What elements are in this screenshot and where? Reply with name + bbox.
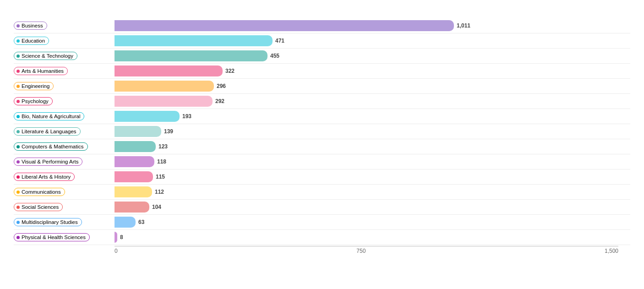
bar-fill bbox=[115, 202, 149, 213]
bar-row: Liberal Arts & History115 bbox=[14, 169, 630, 185]
bar-row: Engineering296 bbox=[14, 79, 630, 94]
bar-value: 112 bbox=[155, 189, 164, 195]
bar-row: Psychology292 bbox=[14, 94, 630, 109]
label-pill: Science & Technology bbox=[14, 52, 77, 60]
label-pill: Communications bbox=[14, 188, 65, 196]
bar-area: 471 bbox=[115, 33, 630, 49]
label-text: Communications bbox=[22, 189, 61, 195]
bar-fill bbox=[115, 111, 180, 122]
label-text: Engineering bbox=[22, 83, 49, 89]
label-dot bbox=[16, 115, 20, 118]
bar-fill bbox=[115, 96, 213, 107]
bar-row: Social Sciences104 bbox=[14, 200, 630, 215]
x-tick: 1,500 bbox=[605, 248, 618, 254]
bar-fill bbox=[115, 20, 454, 31]
bar-value: 193 bbox=[182, 113, 191, 120]
label-text: Arts & Humanities bbox=[22, 68, 64, 74]
bar-area: 104 bbox=[115, 200, 630, 215]
label-text: Science & Technology bbox=[22, 53, 73, 59]
bar-area: 292 bbox=[115, 94, 630, 109]
label-text: Physical & Health Sciences bbox=[22, 234, 86, 240]
label-text: Education bbox=[22, 38, 45, 44]
bar-label-area: Bio, Nature & Agricultural bbox=[14, 109, 115, 124]
bar-label-area: Literature & Languages bbox=[14, 124, 115, 139]
bar-row: Education471 bbox=[14, 33, 630, 49]
bar-value: 8 bbox=[120, 234, 123, 240]
bar-value: 104 bbox=[152, 204, 161, 210]
chart-area: Business1,011Education471Science & Techn… bbox=[14, 18, 630, 254]
bar-row: Literature & Languages139 bbox=[14, 124, 630, 139]
label-text: Psychology bbox=[22, 98, 49, 104]
label-dot bbox=[16, 85, 20, 88]
label-dot bbox=[16, 191, 20, 194]
bar-area: 322 bbox=[115, 64, 630, 79]
bar-value: 1,011 bbox=[457, 22, 470, 29]
label-pill: Literature & Languages bbox=[14, 127, 81, 136]
label-pill: Arts & Humanities bbox=[14, 67, 68, 75]
label-dot bbox=[16, 206, 20, 209]
bar-fill bbox=[115, 217, 136, 228]
label-text: Social Sciences bbox=[22, 204, 59, 210]
bar-label-area: Visual & Performing Arts bbox=[14, 154, 115, 169]
bar-row: Science & Technology455 bbox=[14, 49, 630, 64]
label-dot bbox=[16, 70, 20, 73]
label-dot bbox=[16, 100, 20, 103]
bar-label-area: Communications bbox=[14, 185, 115, 200]
bar-row: Physical & Health Sciences8 bbox=[14, 230, 630, 245]
bar-label-area: Business bbox=[14, 18, 115, 33]
chart-wrapper: Business1,011Education471Science & Techn… bbox=[14, 9, 630, 254]
bar-value: 63 bbox=[138, 219, 144, 225]
bar-fill bbox=[115, 35, 273, 46]
label-text: Liberal Arts & History bbox=[22, 174, 71, 180]
bar-fill bbox=[115, 81, 214, 92]
bar-fill bbox=[115, 156, 154, 167]
label-text: Literature & Languages bbox=[22, 129, 76, 134]
label-pill: Visual & Performing Arts bbox=[14, 158, 82, 166]
label-pill: Multidisciplinary Studies bbox=[14, 218, 82, 226]
bars-container: Business1,011Education471Science & Techn… bbox=[14, 18, 630, 245]
label-dot bbox=[16, 55, 20, 58]
label-text: Visual & Performing Arts bbox=[22, 159, 78, 164]
bar-row: Multidisciplinary Studies63 bbox=[14, 215, 630, 230]
bar-label-area: Education bbox=[14, 33, 115, 49]
bar-value: 115 bbox=[156, 174, 165, 180]
x-axis: 07501,500 bbox=[115, 246, 618, 254]
bar-row: Communications112 bbox=[14, 185, 630, 200]
bar-area: 123 bbox=[115, 139, 630, 154]
bar-area: 296 bbox=[115, 79, 630, 94]
bar-area: 193 bbox=[115, 109, 630, 124]
bar-row: Business1,011 bbox=[14, 18, 630, 33]
bar-fill bbox=[115, 141, 156, 152]
bar-label-area: Physical & Health Sciences bbox=[14, 230, 115, 245]
bar-row: Bio, Nature & Agricultural193 bbox=[14, 109, 630, 124]
label-pill: Computers & Mathematics bbox=[14, 142, 88, 151]
label-pill: Liberal Arts & History bbox=[14, 173, 75, 181]
label-pill: Engineering bbox=[14, 82, 54, 90]
bar-area: 115 bbox=[115, 169, 630, 185]
bar-label-area: Psychology bbox=[14, 94, 115, 109]
bar-fill bbox=[115, 186, 152, 197]
bar-row: Arts & Humanities322 bbox=[14, 64, 630, 79]
bar-value: 455 bbox=[270, 53, 279, 59]
label-dot bbox=[16, 24, 20, 27]
bar-value: 296 bbox=[217, 83, 226, 89]
bar-value: 118 bbox=[157, 158, 166, 165]
bar-fill bbox=[115, 126, 161, 137]
bar-fill bbox=[115, 232, 117, 243]
label-dot bbox=[16, 175, 20, 179]
bar-label-area: Multidisciplinary Studies bbox=[14, 215, 115, 230]
label-dot bbox=[16, 221, 20, 224]
label-pill: Bio, Nature & Agricultural bbox=[14, 112, 84, 120]
label-text: Multidisciplinary Studies bbox=[22, 219, 78, 225]
bar-label-area: Social Sciences bbox=[14, 200, 115, 215]
bar-row: Computers & Mathematics123 bbox=[14, 139, 630, 154]
bar-fill bbox=[115, 171, 153, 182]
bar-value: 292 bbox=[215, 98, 224, 104]
label-pill: Psychology bbox=[14, 97, 53, 105]
label-pill: Business bbox=[14, 22, 47, 30]
label-dot bbox=[16, 39, 20, 43]
bar-value: 123 bbox=[158, 143, 168, 150]
bar-label-area: Liberal Arts & History bbox=[14, 169, 115, 185]
bar-area: 118 bbox=[115, 154, 630, 169]
label-dot bbox=[16, 145, 20, 148]
